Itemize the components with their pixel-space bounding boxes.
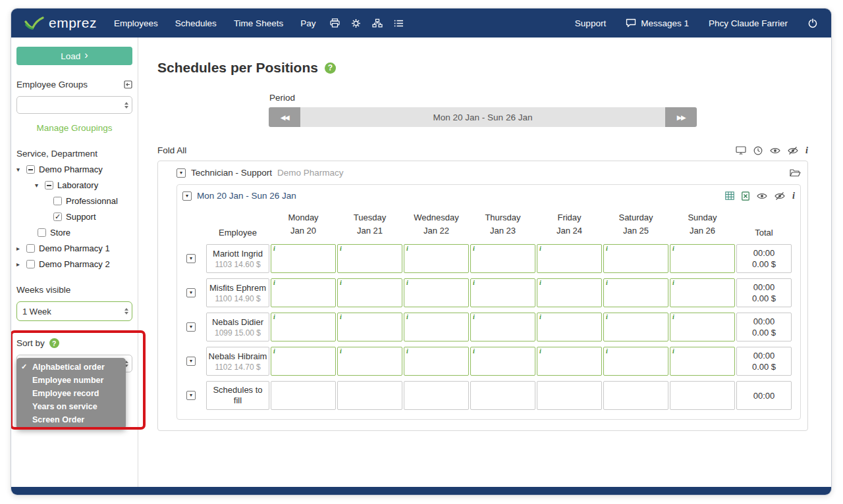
cell-info-icon[interactable] (539, 279, 541, 286)
schedule-cell[interactable] (537, 381, 602, 410)
schedule-cell[interactable] (603, 347, 668, 376)
schedule-cell[interactable] (470, 278, 535, 307)
cell-info-icon[interactable] (340, 279, 342, 286)
cell-info-icon[interactable] (539, 313, 541, 320)
sort-option-employee-record[interactable]: Employee record (16, 387, 126, 400)
cell-info-icon[interactable] (273, 245, 275, 252)
cell-info-icon[interactable] (340, 245, 342, 252)
tree-item-demo-pharmacy-2[interactable]: Demo Pharmacy 2 (16, 259, 132, 269)
schedule-cell[interactable] (337, 347, 402, 376)
tree-item-demo-pharmacy[interactable]: Demo Pharmacy (16, 164, 132, 174)
excel-export-icon[interactable] (742, 191, 749, 201)
cell-info-icon[interactable] (340, 347, 342, 355)
cell-info-icon[interactable] (539, 245, 541, 252)
fold-toggle-icon[interactable] (186, 254, 196, 263)
cell-info-icon[interactable] (340, 313, 342, 320)
schedule-cell[interactable] (337, 381, 402, 410)
sort-option-employee-number[interactable]: Employee number (16, 374, 126, 387)
schedule-cell[interactable] (404, 313, 469, 341)
cell-info-icon[interactable] (406, 279, 408, 286)
cell-info-icon[interactable] (539, 347, 541, 355)
schedule-cell[interactable] (271, 313, 336, 341)
sort-option-screen-order[interactable]: Screen Order (16, 413, 126, 426)
checkbox-indeterminate[interactable] (26, 165, 35, 174)
checkbox-indeterminate[interactable] (45, 181, 53, 189)
schedule-cell[interactable] (271, 381, 336, 410)
cell-info-icon[interactable] (273, 279, 275, 286)
cell-info-icon[interactable] (672, 347, 674, 355)
fold-toggle-icon[interactable] (186, 322, 196, 332)
nav-employees[interactable]: Employees (114, 18, 158, 28)
checkbox-checked[interactable] (53, 213, 62, 221)
schedule-cell[interactable] (537, 313, 602, 341)
schedule-cell[interactable] (470, 244, 535, 273)
eye-icon[interactable] (757, 192, 767, 200)
nav-time-sheets[interactable]: Time Sheets (234, 18, 283, 28)
cell-info-icon[interactable] (672, 245, 674, 252)
checkbox-unchecked[interactable] (26, 260, 35, 268)
help-icon[interactable] (325, 63, 336, 74)
checkbox-unchecked[interactable] (26, 244, 35, 253)
nav-schedules[interactable]: Schedules (175, 18, 217, 28)
eye-slash-icon[interactable] (775, 192, 785, 200)
list-view-icon[interactable] (394, 19, 404, 28)
nav-messages[interactable]: Messages 1 (626, 18, 689, 28)
eye-icon[interactable] (770, 147, 780, 155)
table-grid-icon[interactable] (725, 191, 734, 200)
cell-info-icon[interactable] (473, 347, 475, 355)
sort-option-alphabetical[interactable]: Alphabetical order (16, 361, 126, 374)
cell-info-icon[interactable] (406, 245, 408, 252)
schedule-cell[interactable] (404, 381, 469, 410)
schedule-cell[interactable] (404, 244, 469, 273)
schedule-cell[interactable] (337, 244, 402, 273)
schedule-cell[interactable] (537, 347, 602, 376)
info-icon[interactable] (805, 146, 808, 155)
clock-icon[interactable] (753, 146, 763, 155)
weeks-visible-select[interactable]: 1 Week (16, 301, 132, 321)
help-icon[interactable] (49, 338, 59, 348)
logout-power-icon[interactable] (807, 18, 818, 28)
cell-info-icon[interactable] (606, 279, 608, 286)
schedule-cell[interactable] (337, 313, 402, 341)
schedule-cell[interactable] (670, 244, 735, 273)
settings-gear-icon[interactable] (351, 18, 361, 28)
nav-support[interactable]: Support (575, 18, 606, 28)
tree-item-professionnal[interactable]: Professionnal (16, 196, 132, 206)
schedule-cell[interactable] (404, 278, 469, 307)
fold-toggle-icon[interactable] (186, 288, 196, 297)
folder-icon[interactable] (790, 168, 801, 177)
info-icon[interactable] (792, 191, 795, 201)
cell-info-icon[interactable] (406, 313, 408, 320)
schedule-cell[interactable] (271, 244, 336, 273)
schedule-cell[interactable] (537, 244, 602, 273)
schedule-cell[interactable] (670, 313, 735, 341)
sort-option-years-on-service[interactable]: Years on service (16, 400, 126, 413)
period-prev-button[interactable] (269, 107, 300, 127)
manage-groupings-link[interactable]: Manage Groupings (16, 123, 132, 133)
tree-item-demo-pharmacy-1[interactable]: Demo Pharmacy 1 (16, 243, 132, 253)
fold-toggle-icon[interactable] (182, 191, 192, 201)
schedule-cell[interactable] (670, 278, 735, 307)
schedule-cell[interactable] (670, 381, 735, 410)
period-next-button[interactable] (665, 107, 697, 127)
tree-item-laboratory[interactable]: Laboratory (16, 180, 132, 190)
cell-info-icon[interactable] (473, 245, 475, 252)
org-chart-icon[interactable] (372, 18, 383, 28)
brand-logo[interactable]: emprez (24, 15, 97, 31)
cell-info-icon[interactable] (672, 279, 674, 286)
checkbox-unchecked[interactable] (38, 228, 46, 237)
cell-info-icon[interactable] (473, 313, 475, 320)
nav-pay[interactable]: Pay (300, 18, 315, 28)
cell-info-icon[interactable] (606, 313, 608, 320)
fold-toggle-icon[interactable] (186, 357, 196, 366)
schedule-cell[interactable] (470, 381, 535, 410)
display-icon[interactable] (736, 146, 746, 155)
cell-info-icon[interactable] (672, 313, 674, 320)
eye-slash-icon[interactable] (788, 147, 798, 155)
schedule-cell[interactable] (603, 278, 668, 307)
schedule-cell[interactable] (271, 278, 336, 307)
caret-down-icon[interactable] (35, 182, 41, 189)
tree-item-store[interactable]: Store (16, 228, 132, 238)
load-button[interactable]: Load (16, 47, 132, 65)
caret-right-icon[interactable] (16, 245, 22, 252)
